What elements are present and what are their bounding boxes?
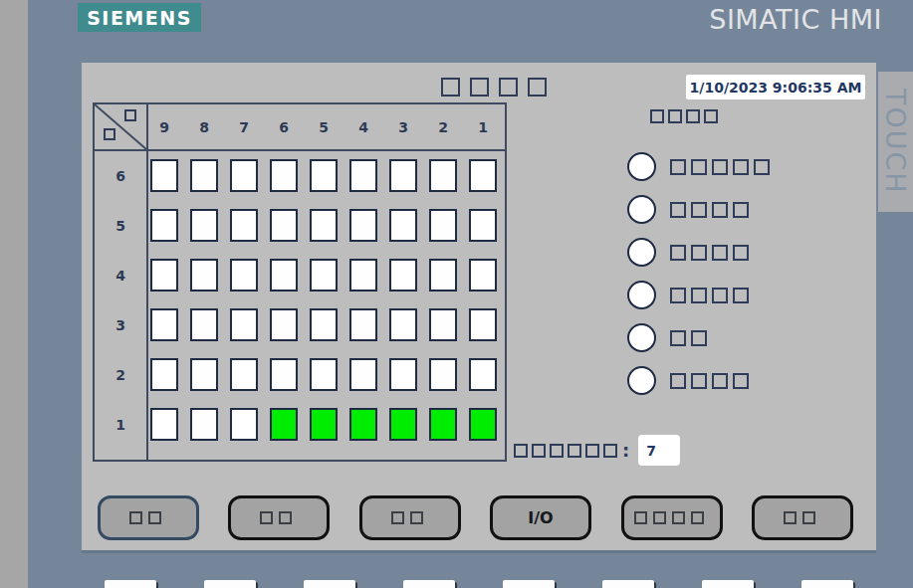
- grid-cell[interactable]: [190, 358, 218, 391]
- grid-rowlabel-divider: [146, 104, 148, 460]
- function-key[interactable]: [105, 580, 156, 588]
- grid-cell[interactable]: [389, 358, 417, 391]
- hmi-button[interactable]: [98, 495, 199, 540]
- grid-cell[interactable]: [389, 209, 417, 242]
- hmi-button[interactable]: [621, 495, 723, 540]
- grid-cell[interactable]: [429, 259, 457, 292]
- grid-column-header: 2: [423, 104, 463, 149]
- radio-lamp[interactable]: [627, 366, 656, 395]
- tofu-glyph: [634, 511, 647, 524]
- grid-cell[interactable]: [150, 159, 178, 192]
- grid-cell[interactable]: [310, 358, 338, 391]
- grid-cell[interactable]: [270, 308, 298, 341]
- tofu-glyph: [585, 444, 599, 458]
- grid-row-header: 4: [95, 259, 146, 292]
- grid-cell[interactable]: [389, 159, 417, 192]
- grid-cell[interactable]: [389, 259, 417, 292]
- grid-cell[interactable]: [270, 209, 298, 242]
- grid-cell[interactable]: [190, 259, 218, 292]
- grid-cell[interactable]: [469, 408, 497, 441]
- function-key[interactable]: [702, 580, 754, 588]
- grid-cell[interactable]: [230, 209, 258, 242]
- grid-cell[interactable]: [310, 209, 338, 242]
- tofu-glyph: [514, 444, 528, 458]
- grid-cell[interactable]: [349, 159, 377, 192]
- grid-cell[interactable]: [310, 159, 338, 192]
- legend-item-label: [670, 245, 754, 261]
- radio-lamp[interactable]: [627, 195, 656, 224]
- hmi-button[interactable]: [752, 495, 853, 540]
- legend-item: [627, 366, 754, 395]
- radio-lamp[interactable]: [627, 281, 656, 309]
- grid-cell[interactable]: [270, 259, 298, 292]
- grid-cell[interactable]: [190, 159, 218, 192]
- legend-item-label: [670, 202, 754, 218]
- legend-item-label: [670, 373, 754, 389]
- grid-cell[interactable]: [190, 209, 218, 242]
- grid-cell[interactable]: [270, 408, 298, 441]
- function-key[interactable]: [602, 580, 654, 588]
- hmi-button[interactable]: [228, 495, 330, 540]
- grid-cell[interactable]: [349, 358, 377, 391]
- grid-cell[interactable]: [469, 259, 497, 292]
- grid-cell[interactable]: [429, 408, 457, 441]
- grid-cell[interactable]: [349, 408, 377, 441]
- grid-cell[interactable]: [150, 259, 178, 292]
- grid-row-header: 3: [95, 308, 146, 341]
- hmi-button[interactable]: I/O: [490, 495, 591, 540]
- grid-cell[interactable]: [310, 408, 338, 441]
- grid-cell[interactable]: [230, 408, 258, 441]
- function-key[interactable]: [503, 580, 555, 588]
- grid-cell[interactable]: [469, 358, 497, 391]
- grid-cell[interactable]: [469, 209, 497, 242]
- grid-cell[interactable]: [150, 308, 178, 341]
- tofu-glyph: [712, 202, 728, 218]
- grid-cell[interactable]: [230, 358, 258, 391]
- grid-cell[interactable]: [150, 209, 178, 242]
- count-value-field[interactable]: 7: [638, 435, 680, 466]
- grid-cell[interactable]: [150, 408, 178, 441]
- grid-cell[interactable]: [270, 358, 298, 391]
- grid-cell[interactable]: [429, 358, 457, 391]
- function-key[interactable]: [304, 580, 355, 588]
- grid-cell[interactable]: [230, 308, 258, 341]
- radio-lamp[interactable]: [627, 152, 656, 181]
- function-key[interactable]: [801, 580, 853, 588]
- tofu-glyph: [650, 109, 664, 123]
- grid-cell[interactable]: [310, 308, 338, 341]
- legend-item-label: [670, 330, 712, 346]
- tofu-glyph: [279, 511, 292, 524]
- grid-cell[interactable]: [349, 209, 377, 242]
- grid-column-header: 3: [383, 104, 423, 149]
- radio-lamp[interactable]: [627, 323, 656, 352]
- grid-cell[interactable]: [230, 259, 258, 292]
- tofu-glyph: [499, 78, 518, 97]
- grid-cell[interactable]: [429, 159, 457, 192]
- tofu-glyph: [802, 511, 815, 524]
- grid-cell[interactable]: [389, 408, 417, 441]
- grid-cell[interactable]: [190, 308, 218, 341]
- grid-cell[interactable]: [429, 209, 457, 242]
- grid-cell[interactable]: [469, 308, 497, 341]
- grid-cell[interactable]: [190, 408, 218, 441]
- grid-cell[interactable]: [150, 358, 178, 391]
- grid-cell[interactable]: [389, 308, 417, 341]
- radio-lamp[interactable]: [627, 238, 656, 267]
- grid-cell[interactable]: [270, 159, 298, 192]
- grid-cell[interactable]: [230, 159, 258, 192]
- tofu-glyph: [148, 511, 161, 524]
- grid-cell[interactable]: [349, 308, 377, 341]
- tofu-glyph: [410, 511, 423, 524]
- grid-cell[interactable]: [469, 159, 497, 192]
- grid-cell[interactable]: [349, 259, 377, 292]
- function-key[interactable]: [403, 580, 455, 588]
- tofu-glyph: [670, 159, 686, 175]
- tofu-glyph: [568, 444, 581, 458]
- function-key[interactable]: [204, 580, 256, 588]
- button-label: I/O: [528, 508, 553, 527]
- grid-header-divider: [95, 149, 505, 151]
- hmi-button[interactable]: [359, 495, 461, 540]
- grid-cell[interactable]: [310, 259, 338, 292]
- tofu-glyph: [686, 109, 700, 123]
- grid-cell[interactable]: [429, 308, 457, 341]
